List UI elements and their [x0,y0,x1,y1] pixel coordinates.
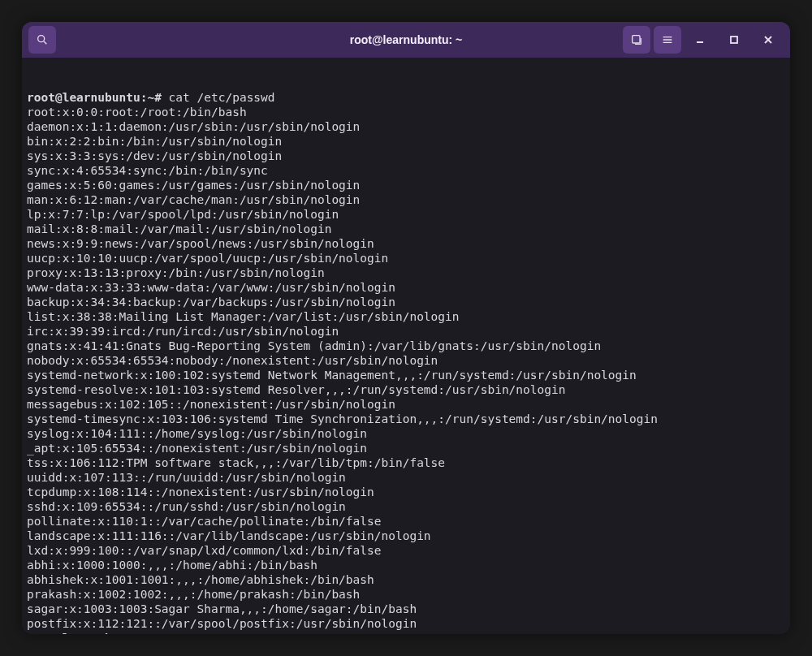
terminal-output-line: proxy:x:13:13:proxy:/bin:/usr/sbin/nolog… [27,265,785,280]
terminal-output-line: syslog:x:104:111::/home/syslog:/usr/sbin… [27,426,785,441]
terminal-output-line: www-data:x:33:33:www-data:/var/www:/usr/… [27,280,785,295]
window-title: root@learnubuntu: ~ [350,33,462,46]
terminal-output-line: sagar:x:1003:1003:Sagar Sharma,,,:/home/… [27,602,785,616]
terminal-output-line: sync:x:4:65534:sync:/bin:/bin/sync [27,163,785,178]
terminal-line: root@learnubuntu:~# [27,631,785,634]
terminal-output-line: backup:x:34:34:backup:/var/backups:/usr/… [27,295,785,309]
new-tab-button[interactable] [623,26,650,54]
close-button[interactable] [753,26,784,54]
terminal-output-line: bin:x:2:2:bin:/bin:/usr/sbin/nologin [27,134,785,149]
terminal-output-line: news:x:9:9:news:/var/spool/news:/usr/sbi… [27,236,785,251]
close-icon [763,35,773,45]
terminal-output-line: gnats:x:41:41:Gnats Bug-Reporting System… [27,339,785,353]
terminal-output-line: abhi:x:1000:1000:,,,:/home/abhi:/bin/bas… [27,558,785,572]
terminal-output-line: systemd-resolve:x:101:103:systemd Resolv… [27,382,785,397]
new-tab-icon [630,33,643,46]
terminal-output-line: mail:x:8:8:mail:/var/mail:/usr/sbin/nolo… [27,222,785,236]
terminal-output-line: sys:x:3:3:sys:/dev:/usr/sbin/nologin [27,149,785,163]
terminal-output-line: irc:x:39:39:ircd:/run/ircd:/usr/sbin/nol… [27,324,785,339]
minimize-button[interactable] [685,26,715,54]
svg-rect-2 [633,36,640,43]
hamburger-icon [661,33,674,46]
terminal-window: root@learnubuntu: ~ root@learnubuntu:~# … [22,22,790,634]
terminal-output-line: list:x:38:38:Mailing List Manager:/var/l… [27,309,785,324]
terminal-output-line: uuidd:x:107:113::/run/uuidd:/usr/sbin/no… [27,470,785,485]
terminal-output-line: landscape:x:111:116::/var/lib/landscape:… [27,529,785,543]
shell-prompt: root@learnubuntu:~# [27,632,169,634]
hamburger-menu-button[interactable] [654,26,681,54]
terminal-line: root@learnubuntu:~# cat /etc/passwd [27,90,785,105]
terminal-output-line: daemon:x:1:1:daemon:/usr/sbin:/usr/sbin/… [27,119,785,134]
terminal-output-line: messagebus:x:102:105::/nonexistent:/usr/… [27,397,785,412]
terminal-output-line: systemd-network:x:100:102:systemd Networ… [27,368,785,382]
terminal-output-line: root:x:0:0:root:/root:/bin/bash [27,105,785,119]
search-button[interactable] [28,26,56,54]
minimize-icon [695,35,705,45]
terminal-output-line: tss:x:106:112:TPM software stack,,,:/var… [27,455,785,470]
terminal-output-line: man:x:6:12:man:/var/cache/man:/usr/sbin/… [27,192,785,207]
terminal-output-line: _apt:x:105:65534::/nonexistent:/usr/sbin… [27,441,785,455]
titlebar-left [28,26,56,54]
titlebar-right [623,26,784,54]
terminal-output-line: games:x:5:60:games:/usr/games:/usr/sbin/… [27,178,785,192]
terminal-content[interactable]: root@learnubuntu:~# cat /etc/passwdroot:… [22,58,790,634]
terminal-output-line: sshd:x:109:65534::/run/sshd:/usr/sbin/no… [27,499,785,514]
terminal-output-line: pollinate:x:110:1::/var/cache/pollinate:… [27,514,785,529]
svg-rect-7 [731,37,737,43]
terminal-output-line: prakash:x:1002:1002:,,,:/home/prakash:/b… [27,587,785,602]
maximize-button[interactable] [719,26,749,54]
terminal-output-line: uucp:x:10:10:uucp:/var/spool/uucp:/usr/s… [27,251,785,265]
shell-command: cat /etc/passwd [169,91,275,104]
terminal-output-line: lp:x:7:7:lp:/var/spool/lpd:/usr/sbin/nol… [27,207,785,222]
maximize-icon [729,35,739,45]
svg-point-0 [38,36,45,42]
titlebar: root@learnubuntu: ~ [22,22,790,58]
terminal-output-line: systemd-timesync:x:103:106:systemd Time … [27,412,785,426]
terminal-output-line: abhishek:x:1001:1001:,,,:/home/abhishek:… [27,572,785,587]
search-icon [36,33,49,46]
terminal-output-line: postfix:x:112:121::/var/spool/postfix:/u… [27,616,785,631]
terminal-output-line: lxd:x:999:100::/var/snap/lxd/common/lxd:… [27,543,785,558]
terminal-output-line: nobody:x:65534:65534:nobody:/nonexistent… [27,353,785,368]
svg-line-1 [44,41,46,44]
shell-prompt: root@learnubuntu:~# [27,91,169,104]
terminal-output-line: tcpdump:x:108:114::/nonexistent:/usr/sbi… [27,485,785,499]
